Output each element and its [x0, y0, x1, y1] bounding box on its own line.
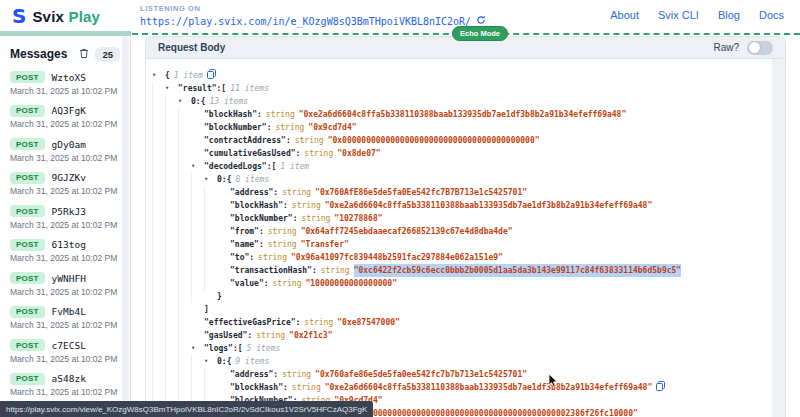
json-open-bracket: [: [221, 82, 226, 95]
json-close-bracket: }: [217, 290, 222, 303]
json-type-label: string: [268, 225, 297, 238]
top-header: S Svix Play LISTENING ON https://play.sv…: [0, 0, 800, 33]
listening-url[interactable]: https://play.svix.com/in/e_KOzgW8sQ3BmTH…: [140, 15, 486, 27]
json-item-count: 9 items: [235, 355, 269, 368]
indent-guide: [204, 368, 217, 381]
message-item-yWNHFH[interactable]: POSTyWNHFHMarch 31, 2025 at 10:02 PM: [10, 272, 130, 297]
indent-guide: [165, 121, 178, 134]
indent-guide: [178, 368, 191, 381]
message-item-WztoXS[interactable]: POSTWztoXSMarch 31, 2025 at 10:02 PM: [10, 71, 130, 96]
message-item-9GJZKv[interactable]: POST9GJZKvMarch 31, 2025 at 10:02 PM: [10, 172, 130, 197]
indent-guide: [178, 251, 191, 264]
json-item-count: 13 items: [209, 95, 248, 108]
sidebar-scrollbar[interactable]: [122, 36, 129, 417]
indent-guide: [165, 342, 178, 355]
message-item-613tog[interactable]: POST613togMarch 31, 2025 at 10:02 PM: [10, 239, 130, 264]
indent-guide: [191, 355, 204, 368]
json-row-blockHash: "blockHash" : string"0xe2a6d6604c8ffa5b3…: [152, 108, 772, 121]
json-row-root: ▾{ 1 item: [152, 69, 772, 82]
copy-icon[interactable]: [207, 69, 216, 83]
json-item-count: 8 items: [235, 173, 269, 186]
indent-guide: [178, 238, 191, 251]
message-id: WztoXS: [52, 72, 86, 83]
json-row-value: "value" : string"10000000000000000": [152, 277, 772, 290]
json-key: "cumulativeGasUsed": [204, 147, 296, 160]
json-open-bracket: {: [165, 69, 170, 82]
indent-guide: [165, 277, 178, 290]
nav-link-about[interactable]: About: [610, 9, 639, 21]
json-key: "blockNumber": [230, 212, 293, 225]
json-row-0: ▾0 : { 9 items: [152, 355, 772, 368]
raw-toggle[interactable]: [747, 41, 773, 55]
nav-link-docs[interactable]: Docs: [759, 9, 784, 21]
indent-guide: [165, 368, 178, 381]
collapse-arrow-icon[interactable]: ▾: [165, 82, 178, 95]
collapse-arrow-icon[interactable]: ▾: [204, 355, 217, 368]
collapse-arrow-icon[interactable]: ▾: [204, 173, 217, 186]
message-item-c7ECSL[interactable]: POSTc7ECSLMarch 31, 2025 at 10:02 PM: [10, 339, 130, 364]
indent-guide: [165, 238, 178, 251]
indent-guide: [152, 329, 165, 342]
message-id: aS48zk: [52, 373, 86, 384]
trash-icon[interactable]: [79, 45, 89, 63]
panel-scrollbar[interactable]: [772, 59, 785, 417]
indent-guide: [178, 199, 191, 212]
collapse-arrow-icon[interactable]: ▾: [191, 342, 204, 355]
indent-guide: [165, 147, 178, 160]
json-type-label: string: [256, 329, 285, 342]
message-item-P5RkJ3[interactable]: POSTP5RkJ3March 31, 2025 at 10:02 PM: [10, 205, 130, 230]
json-key: "gasUsed": [204, 329, 247, 342]
indent-guide: [204, 199, 217, 212]
indent-guide: [191, 381, 204, 394]
indent-guide: [152, 290, 165, 303]
top-nav: AboutSvix CLIBlogDocs: [610, 9, 784, 21]
method-badge: POST: [10, 71, 45, 83]
indent-guide: [165, 290, 178, 303]
json-type-label: string: [282, 186, 311, 199]
message-timestamp: March 31, 2025 at 10:02 PM: [10, 119, 130, 129]
indent-guide: [152, 316, 165, 329]
copy-icon[interactable]: [656, 381, 665, 395]
nav-link-blog[interactable]: Blog: [718, 9, 740, 21]
json-item-count: 1 item: [174, 69, 203, 82]
indent-guide: [152, 277, 165, 290]
json-colon: :: [296, 316, 301, 329]
indent-guide: [204, 264, 217, 277]
indent-guide: [204, 381, 217, 394]
indent-guide: [191, 277, 204, 290]
json-type-label: string: [301, 212, 330, 225]
json-key: "contractAddress": [204, 134, 286, 147]
indent-guide: [178, 173, 191, 186]
json-key: "name": [230, 238, 259, 251]
mouse-cursor-icon: [548, 374, 560, 392]
json-row-logs: ▾"logs" : [ 5 items: [152, 342, 772, 355]
indent-guide: [178, 277, 191, 290]
message-item-AQ3FgK[interactable]: POSTAQ3FgKMarch 31, 2025 at 10:02 PM: [10, 105, 130, 130]
indent-guide: [191, 212, 204, 225]
indent-guide: [178, 290, 191, 303]
indent-guide: [165, 329, 178, 342]
json-value: "0xe87547000": [337, 316, 400, 329]
json-row-result: ▾"result" : [ 11 items: [152, 82, 772, 95]
json-key: "blockHash": [230, 381, 283, 394]
collapse-arrow-icon[interactable]: ▾: [178, 95, 191, 108]
json-value: "0xe2a6d6604c8ffa5b338110388baab133935db…: [325, 381, 653, 394]
message-id: P5RkJ3: [52, 206, 86, 217]
message-item-aS48zk[interactable]: POSTaS48zkMarch 31, 2025 at 10:02 PM: [10, 373, 130, 398]
collapse-arrow-icon[interactable]: ▾: [191, 160, 204, 173]
message-item-gDy0am[interactable]: POSTgDy0amMarch 31, 2025 at 10:02 PM: [10, 138, 130, 163]
indent-guide: [191, 264, 204, 277]
indent-guide: [152, 238, 165, 251]
json-value: "0x8de07": [337, 147, 380, 160]
collapse-arrow-icon[interactable]: ▾: [152, 69, 165, 82]
json-colon: :: [259, 225, 264, 238]
json-open-bracket: [: [238, 342, 243, 355]
indent-guide: [178, 121, 191, 134]
message-item-FvMb4L[interactable]: POSTFvMb4LMarch 31, 2025 at 10:02 PM: [10, 306, 130, 331]
svix-logo[interactable]: S Svix Play: [12, 5, 100, 27]
json-key: "result": [178, 82, 217, 95]
nav-link-svix-cli[interactable]: Svix CLI: [658, 9, 699, 21]
indent-guide: [152, 251, 165, 264]
json-row-gasUsed: "gasUsed" : string"0x2f1c3": [152, 329, 772, 342]
json-row-0: ▾0 : { 13 items: [152, 95, 772, 108]
